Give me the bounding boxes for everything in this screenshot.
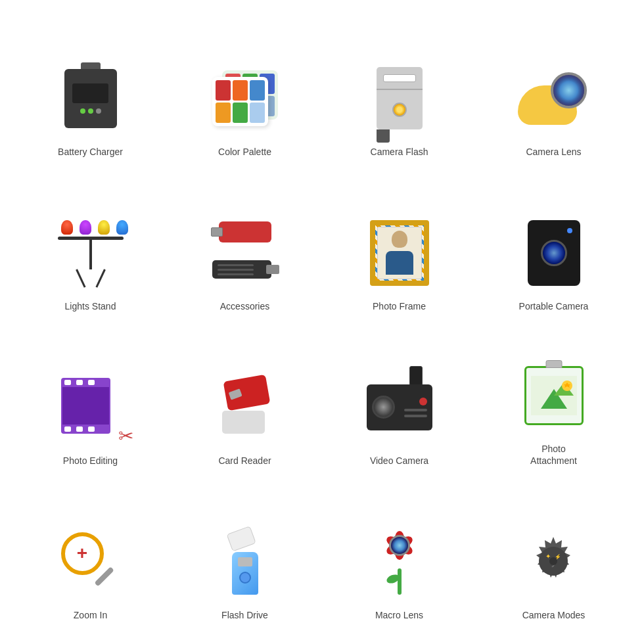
camera-flash-icon-area	[360, 59, 439, 138]
portable-camera-item: Portable Camera	[476, 168, 631, 322]
camera-lens-icon-area	[515, 59, 593, 138]
photo-editing-icon: ✂	[61, 378, 120, 437]
photo-attachment-icon-area	[515, 356, 593, 435]
flash-drive-label: Flash Drive	[221, 609, 268, 621]
camera-lens-icon	[518, 72, 590, 125]
lights-stand-item: Lights Stand	[13, 168, 168, 322]
macro-lens-icon-area	[360, 522, 439, 601]
card-reader-icon-area	[206, 368, 285, 447]
portable-camera-icon-area	[515, 214, 593, 292]
camera-lens-item: Camera Lens	[476, 13, 631, 168]
zoom-in-item: + Zoom In	[13, 476, 168, 631]
accessories-label: Accessories	[220, 300, 269, 312]
photo-frame-icon-area	[360, 214, 439, 292]
camera-lens-label: Camera Lens	[526, 146, 581, 158]
camera-flash-item: Camera Flash	[322, 13, 476, 168]
camera-modes-icon: ✦ ⚡ ☽	[526, 534, 582, 589]
flash-drive-item: Flash Drive	[168, 476, 322, 631]
color-palette-icon-area	[206, 59, 285, 138]
icon-grid: Battery Charger Color Palette Camera Fl	[0, 0, 644, 644]
camera-flash-label: Camera Flash	[371, 146, 428, 158]
video-camera-icon	[367, 384, 432, 430]
accessories-item: Accessories	[168, 168, 322, 322]
macro-lens-label: Macro Lens	[375, 609, 423, 621]
photo-frame-label: Photo Frame	[373, 300, 426, 312]
zoom-in-label: Zoom In	[74, 609, 107, 621]
card-reader-item: Card Reader	[168, 322, 322, 476]
zoom-in-icon: +	[61, 532, 120, 591]
camera-flash-icon	[377, 67, 423, 129]
photo-editing-icon-area: ✂	[51, 368, 130, 447]
accessories-icon	[212, 221, 278, 284]
flash-drive-icon	[222, 529, 268, 595]
video-camera-item: Video Camera	[322, 322, 476, 476]
color-palette-item: Color Palette	[168, 13, 322, 168]
zoom-in-icon-area: +	[51, 522, 130, 601]
macro-lens-icon	[367, 529, 432, 595]
accessories-icon-area	[206, 214, 285, 292]
video-camera-icon-area	[360, 368, 439, 447]
lights-stand-label: Lights Stand	[65, 300, 116, 312]
macro-lens-item: Macro Lens	[322, 476, 476, 631]
svg-point-9	[549, 557, 557, 565]
photo-frame-icon	[370, 220, 429, 286]
video-camera-label: Video Camera	[370, 455, 428, 467]
lights-stand-icon	[51, 217, 130, 289]
camera-modes-item: ✦ ⚡ ☽ Camera Modes	[476, 476, 631, 631]
color-palette-label: Color Palette	[218, 146, 271, 158]
photo-editing-item: ✂ Photo Editing	[13, 322, 168, 476]
svg-text:✦: ✦	[545, 553, 551, 560]
battery-charger-label: Battery Charger	[58, 146, 123, 158]
photo-editing-label: Photo Editing	[63, 455, 118, 467]
color-palette-icon	[212, 70, 278, 126]
portable-camera-icon	[528, 220, 580, 286]
card-reader-icon	[212, 378, 278, 437]
lights-stand-icon-area	[51, 214, 130, 292]
battery-charger-icon	[64, 69, 117, 128]
portable-camera-label: Portable Camera	[519, 300, 589, 312]
battery-charger-item: Battery Charger	[13, 13, 168, 168]
photo-attachment-icon	[524, 366, 584, 425]
photo-attachment-label: Photo Attachment	[530, 443, 577, 467]
battery-charger-icon-area	[51, 59, 130, 138]
photo-frame-item: Photo Frame	[322, 168, 476, 322]
flash-drive-icon-area	[206, 522, 285, 601]
camera-modes-icon-area: ✦ ⚡ ☽	[515, 522, 593, 601]
photo-attachment-item: Photo Attachment	[476, 322, 631, 476]
camera-modes-label: Camera Modes	[522, 609, 586, 621]
card-reader-label: Card Reader	[218, 455, 271, 467]
